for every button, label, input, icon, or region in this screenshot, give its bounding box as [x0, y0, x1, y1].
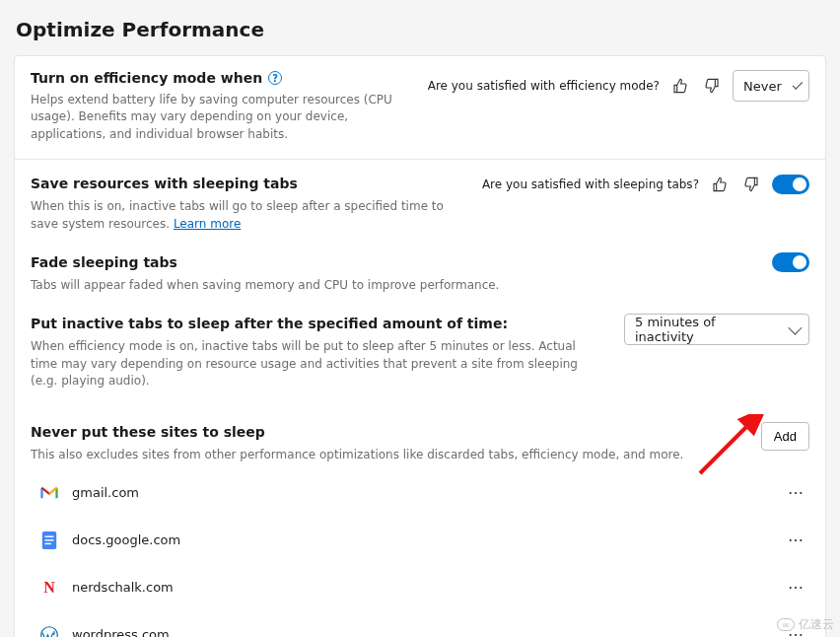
- site-list: gmail.com⋯docs.google.com⋯Nnerdschalk.co…: [15, 463, 825, 637]
- chevron-down-icon: [792, 79, 803, 90]
- site-favicon: [40, 484, 58, 502]
- add-site-button[interactable]: Add: [761, 422, 809, 451]
- section-never-sleep: Never put these sites to sleep This also…: [15, 408, 825, 463]
- section-fade-tabs: Fade sleeping tabs Tabs will appear fade…: [15, 239, 825, 300]
- chevron-down-icon: [788, 321, 802, 335]
- fade-toggle[interactable]: [772, 252, 809, 272]
- more-options-button[interactable]: ⋯: [782, 479, 809, 507]
- section-sleeping-tabs: Save resources with sleeping tabs When t…: [15, 160, 825, 239]
- more-options-button[interactable]: ⋯: [782, 527, 809, 554]
- section-inactive-time: Put inactive tabs to sleep after the spe…: [15, 300, 825, 407]
- svg-rect-3: [45, 543, 51, 544]
- efficiency-desc: Helps extend battery life by saving comp…: [31, 92, 412, 143]
- efficiency-feedback-question: Are you satisfied with efficiency mode?: [428, 79, 660, 93]
- site-row: Nnerdschalk.com⋯: [31, 564, 809, 611]
- thumbs-up-icon[interactable]: [709, 174, 731, 195]
- never-sleep-title: Never put these sites to sleep: [31, 424, 265, 440]
- thumbs-down-icon[interactable]: [740, 174, 762, 195]
- thumbs-down-icon[interactable]: [701, 75, 723, 97]
- efficiency-mode-select[interactable]: Never: [733, 70, 809, 102]
- sleeping-title: Save resources with sleeping tabs: [31, 176, 298, 191]
- fade-desc: Tabs will appear faded when saving memor…: [31, 277, 499, 294]
- info-icon[interactable]: ?: [268, 71, 282, 85]
- site-row: wordpress.com⋯: [31, 611, 809, 637]
- thumbs-up-icon[interactable]: [669, 75, 691, 97]
- sleeping-feedback-question: Are you satisfied with sleeping tabs?: [482, 177, 699, 191]
- sleeping-desc: When this is on, inactive tabs will go t…: [31, 198, 466, 233]
- settings-card: Turn on efficiency mode when ? Helps ext…: [14, 55, 826, 637]
- inactive-desc: When efficiency mode is on, inactive tab…: [31, 338, 593, 389]
- site-row: docs.google.com⋯: [31, 517, 809, 564]
- section-efficiency-mode: Turn on efficiency mode when ? Helps ext…: [15, 56, 825, 160]
- fade-title: Fade sleeping tabs: [31, 254, 177, 270]
- inactive-time-select[interactable]: 5 minutes of inactivity: [624, 314, 809, 345]
- svg-rect-1: [45, 535, 54, 536]
- learn-more-link[interactable]: Learn more: [174, 217, 241, 231]
- never-sleep-desc: This also excludes sites from other perf…: [31, 447, 683, 463]
- page-title: Optimize Performance: [16, 18, 826, 41]
- inactive-time-value: 5 minutes of inactivity: [635, 315, 777, 344]
- more-options-button[interactable]: ⋯: [782, 574, 809, 602]
- site-favicon: [40, 626, 58, 637]
- watermark: ∞ 亿速云: [777, 616, 834, 633]
- site-name: nerdschalk.com: [72, 580, 768, 595]
- site-favicon: [40, 531, 58, 549]
- site-favicon: N: [40, 579, 58, 597]
- site-name: wordpress.com: [72, 627, 768, 637]
- efficiency-mode-value: Never: [743, 79, 782, 94]
- site-name: gmail.com: [72, 485, 768, 500]
- inactive-title: Put inactive tabs to sleep after the spe…: [31, 316, 508, 331]
- sleeping-tabs-toggle[interactable]: [772, 175, 809, 194]
- site-row: gmail.com⋯: [31, 469, 809, 517]
- site-name: docs.google.com: [72, 532, 768, 547]
- efficiency-title: Turn on efficiency mode when: [31, 70, 262, 86]
- svg-rect-2: [45, 539, 54, 540]
